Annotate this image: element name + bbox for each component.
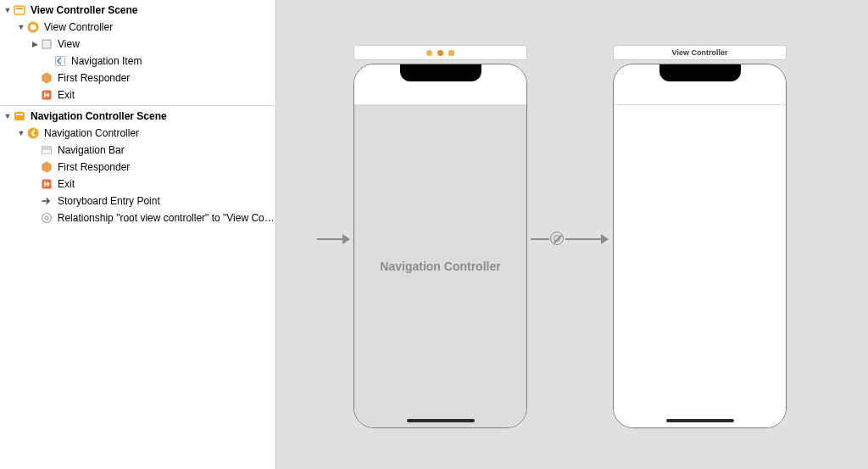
outline-scene-navigationcontroller[interactable]: ▼ Navigation Controller Scene	[0, 108, 275, 125]
first-responder-icon	[40, 71, 53, 85]
scene-viewcontroller[interactable]	[613, 64, 787, 428]
storyboard-scene-icon	[13, 3, 26, 17]
outline-item-label: First Responder	[58, 70, 130, 87]
titlebar-dot-icon	[437, 50, 443, 56]
root-view[interactable]	[614, 105, 786, 427]
outline-item-label: View Controller	[44, 19, 113, 36]
outline-item-navigationbar[interactable]: Navigation Bar	[0, 142, 275, 159]
svg-point-13	[42, 214, 51, 223]
relationship-segue-icon[interactable]	[550, 232, 564, 245]
navigation-item-icon	[53, 54, 67, 68]
home-indicator	[407, 419, 475, 422]
root-segue-arrow[interactable]	[531, 231, 549, 248]
arrow-line	[317, 238, 342, 240]
device-notch	[400, 64, 481, 81]
outline-item-label: Relationship "root view controller" to "…	[58, 209, 275, 226]
outline-scene-viewcontroller[interactable]: ▼ View Controller Scene	[0, 2, 275, 19]
scene-navigationcontroller[interactable]: Navigation Controller	[353, 64, 527, 428]
outline-item-label: First Responder	[58, 159, 130, 176]
svg-point-14	[45, 216, 48, 220]
arrow-line	[565, 238, 601, 240]
svg-rect-4	[42, 40, 51, 48]
view-icon	[40, 37, 53, 51]
relationship-segue-icon	[40, 211, 53, 225]
storyboard-scene-icon	[13, 109, 26, 123]
outline-item-label: Navigation Controller	[44, 125, 139, 142]
disclosure-triangle-icon[interactable]: ▼	[3, 108, 12, 125]
outline-item-exit[interactable]: Exit	[0, 87, 275, 103]
outline-item-navigationitem[interactable]: Navigation Item	[0, 53, 275, 70]
outline-item-firstresponder[interactable]: First Responder	[0, 70, 275, 87]
first-responder-icon	[40, 160, 53, 174]
disclosure-triangle-icon[interactable]: ▼	[17, 125, 25, 142]
outline-item-label: Navigation Item	[71, 53, 142, 70]
root-segue-arrow[interactable]	[565, 231, 609, 248]
entry-point-icon	[40, 194, 53, 208]
home-indicator	[666, 419, 734, 422]
svg-rect-1	[16, 8, 23, 9]
scene-placeholder-label: Navigation Controller	[354, 105, 526, 427]
navigation-bar-icon	[40, 143, 53, 157]
outline-item-exit[interactable]: Exit	[0, 176, 275, 193]
outline-item-label: View	[58, 36, 80, 53]
outline-item-firstresponder[interactable]: First Responder	[0, 159, 275, 176]
navigationcontroller-icon	[26, 126, 40, 140]
arrow-line	[531, 238, 549, 240]
titlebar-square-icon	[448, 50, 454, 56]
outline-item-label: Exit	[58, 87, 75, 103]
outline-scene-label: View Controller Scene	[31, 2, 138, 19]
svg-point-9	[28, 128, 39, 139]
outline-divider	[0, 105, 275, 106]
disclosure-triangle-icon[interactable]: ▼	[3, 2, 12, 19]
svg-rect-8	[16, 114, 23, 115]
svg-rect-0	[14, 6, 25, 14]
storyboard-canvas[interactable]: Navigation Controller View Controller	[276, 0, 868, 469]
outline-item-label: Navigation Bar	[58, 142, 125, 159]
exit-icon	[40, 177, 53, 191]
outline-item-view[interactable]: ▶ View	[0, 36, 275, 53]
svg-point-3	[31, 25, 36, 31]
svg-rect-7	[14, 112, 25, 120]
outline-item-root-segue[interactable]: Relationship "root view controller" to "…	[0, 209, 275, 226]
exit-icon	[40, 88, 53, 102]
outline-item-storyboard-entry[interactable]: Storyboard Entry Point	[0, 193, 275, 209]
entry-point-arrow[interactable]	[317, 231, 350, 248]
outline-item-navigationcontroller[interactable]: ▼ Navigation Controller	[0, 125, 275, 142]
outline-item-label: Storyboard Entry Point	[58, 193, 160, 209]
viewcontroller-icon	[26, 20, 40, 34]
arrow-head-icon	[601, 234, 609, 244]
disclosure-triangle-icon[interactable]: ▶	[31, 36, 39, 53]
outline-item-viewcontroller[interactable]: ▼ View Controller	[0, 19, 275, 36]
outline-item-label: Exit	[58, 176, 75, 193]
scene-titlebar-navigationcontroller[interactable]	[353, 45, 527, 60]
outline-scene-label: Navigation Controller Scene	[31, 108, 167, 125]
device-notch	[659, 64, 741, 81]
svg-rect-11	[42, 147, 52, 149]
titlebar-dot-icon	[426, 50, 432, 56]
arrow-head-icon	[342, 234, 350, 244]
document-outline[interactable]: ▼ View Controller Scene ▼ View Controlle…	[0, 0, 276, 469]
scene-titlebar-label: View Controller	[672, 48, 728, 57]
scene-titlebar-viewcontroller[interactable]: View Controller	[613, 45, 787, 60]
disclosure-triangle-icon[interactable]: ▼	[17, 19, 25, 36]
